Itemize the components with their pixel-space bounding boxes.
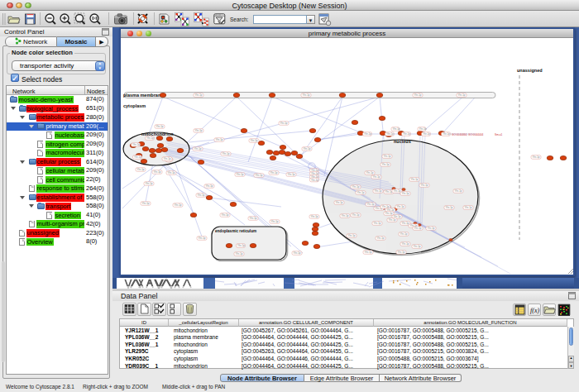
svg-text:unassigned: unassigned [517,68,543,73]
svg-text:Yhr-1p: Yhr-1p [198,194,205,197]
svg-text:Yhr-1p: Yhr-1p [382,163,390,166]
svg-text:Yhr-1p: Yhr-1p [393,127,400,131]
svg-text:Yhr-1p: Yhr-1p [402,242,409,246]
svg-text:Yhr-1p: Yhr-1p [132,143,140,146]
svg-text:Yhr-1p: Yhr-1p [357,191,365,194]
svg-text:Yhr-1p: Yhr-1p [366,171,374,174]
svg-text:Yhr-1p: Yhr-1p [377,237,385,240]
svg-text:Yhr-1p: Yhr-1p [389,218,396,222]
svg-text:Yhr-1p: Yhr-1p [414,93,422,97]
svg-text:Yhr-1p: Yhr-1p [294,251,301,255]
svg-text:Yhr-1p: Yhr-1p [194,147,202,151]
svg-text:Yhr-1p: Yhr-1p [386,132,394,136]
svg-text:Yhr-1p: Yhr-1p [364,132,371,136]
svg-text:Yhr-1p: Yhr-1p [373,175,380,179]
svg-text:Yhr-1p: Yhr-1p [237,244,245,247]
svg-text:mitochondrion: mitochondrion [141,131,174,136]
svg-text:Yhr-1p: Yhr-1p [400,232,408,236]
svg-text:Yhr-1p: Yhr-1p [288,173,295,176]
svg-text:Sm-a1: Sm-a1 [495,133,503,136]
svg-text:Yhr-1p: Yhr-1p [421,184,428,187]
svg-text:Yhr-1p: Yhr-1p [374,222,381,225]
svg-text:Yhr-1p: Yhr-1p [280,122,288,125]
svg-text:Yhr-1p: Yhr-1p [455,189,462,193]
svg-text:Yhr-1p: Yhr-1p [352,185,360,189]
svg-text:Yhr-1p: Yhr-1p [375,189,382,193]
svg-text:Yhr-1p: Yhr-1p [156,125,164,128]
svg-text:Yhr-1p: Yhr-1p [446,206,453,209]
svg-text:Yhr-1p: Yhr-1p [199,237,206,240]
svg-text:Yhr-1p: Yhr-1p [206,184,213,188]
svg-text:Yhr-1p: Yhr-1p [223,152,230,155]
svg-text:Yhr-1p: Yhr-1p [175,203,182,207]
svg-text:Yhr-1p: Yhr-1p [342,214,349,218]
svg-text:Yhr-1p: Yhr-1p [367,203,375,206]
svg-text:Yhr-1p: Yhr-1p [134,155,141,159]
svg-text:Yhr-1p: Yhr-1p [411,178,419,181]
svg-text:Yhr-1p: Yhr-1p [428,227,435,230]
svg-text:Yhr-1p: Yhr-1p [216,138,223,141]
svg-text:Yhr-1p: Yhr-1p [270,171,278,174]
svg-text:Yhr-1p: Yhr-1p [146,136,154,140]
svg-text:Yhr-1p: Yhr-1p [398,251,405,254]
svg-text:Yhr-1p: Yhr-1p [303,93,310,97]
svg-text:Yhr-1p: Yhr-1p [385,212,393,215]
svg-text:nucleus: nucleus [394,139,411,144]
svg-text:Yhr-1p: Yhr-1p [385,190,393,194]
svg-text:Yhr-1p: Yhr-1p [168,171,175,174]
svg-text:Yhr-1p: Yhr-1p [533,155,540,159]
svg-text:Yhr-1p: Yhr-1p [256,174,263,177]
svg-text:Yhr-1p: Yhr-1p [195,129,203,132]
svg-text:Yhr-1p: Yhr-1p [251,139,258,142]
svg-text:Yhr-1p: Yhr-1p [414,227,422,230]
svg-text:Yhr-1p: Yhr-1p [146,182,153,185]
svg-text:plasma membrane: plasma membrane [123,93,163,98]
svg-text:Yhr-1p: Yhr-1p [458,93,466,97]
svg-text:Yhr-1p: Yhr-1p [419,127,427,131]
svg-text:Yhr-1p: Yhr-1p [142,202,150,205]
svg-text:Yhr-1p: Yhr-1p [403,132,410,136]
svg-text:cytoplasm: cytoplasm [123,103,146,108]
svg-text:Yhr-1p: Yhr-1p [443,132,450,136]
svg-text:Yhr-1p: Yhr-1p [397,205,404,208]
svg-text:Yhr-1p: Yhr-1p [250,217,257,220]
svg-text:Yhr-1p: Yhr-1p [164,157,171,160]
svg-text:Yhr-1p: Yhr-1p [465,206,472,209]
svg-text:Yhr-1p: Yhr-1p [365,251,372,254]
svg-text:Yhr-1p: Yhr-1p [237,173,244,176]
svg-text:Yhr-1p: Yhr-1p [402,192,409,195]
svg-text:Yhr-1p: Yhr-1p [384,155,391,158]
svg-text:Yhr-1p: Yhr-1p [137,168,145,171]
svg-text:Yhr-1p: Yhr-1p [304,147,311,151]
svg-text:f(x): f(x) [530,307,539,314]
svg-text:Yhr-1p: Yhr-1p [336,201,343,204]
svg-text:GO:0044464, GO:0044444: GO:0044464, GO:0044444 [452,133,484,136]
svg-text:Yhr-1p: Yhr-1p [271,220,279,223]
svg-text:Yhr-1p: Yhr-1p [352,213,360,217]
svg-text:Yhr-1p: Yhr-1p [348,234,356,237]
svg-text:Yhr-1p: Yhr-1p [414,245,421,248]
svg-text:Yhr-1p: Yhr-1p [236,252,243,256]
svg-text:Yhr-1p: Yhr-1p [154,170,161,174]
svg-text:Yhr-1p: Yhr-1p [311,179,318,182]
svg-text:Yhr-1p: Yhr-1p [195,93,203,97]
svg-text:endoplasmic reticulum: endoplasmic reticulum [215,229,256,233]
svg-text:Yhr-1p: Yhr-1p [311,215,318,218]
svg-text:Yhr-1p: Yhr-1p [394,189,401,193]
svg-text:Yhr-1p: Yhr-1p [423,132,430,136]
svg-text:Yhr-1p: Yhr-1p [402,222,409,225]
svg-text:Yhr-1p: Yhr-1p [222,213,229,217]
